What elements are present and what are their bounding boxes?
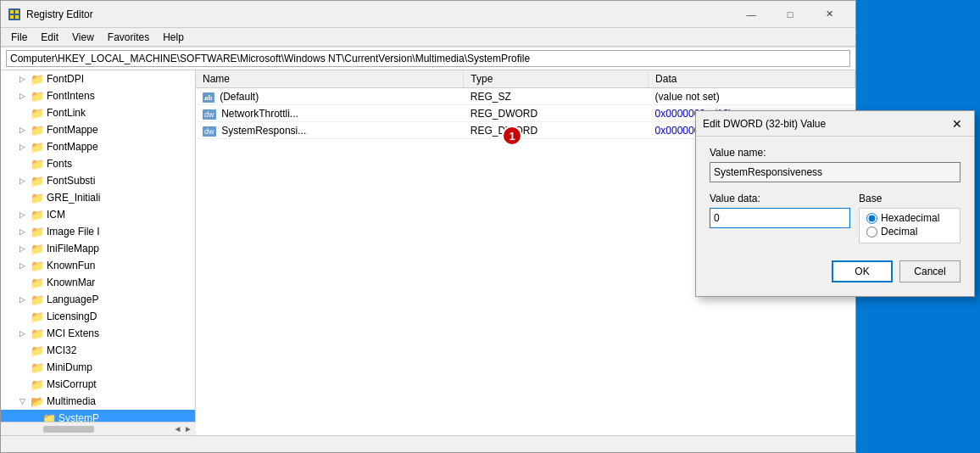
hexadecimal-radio[interactable] [866,213,877,224]
tree-item-label: KnownFun [47,260,95,271]
expand-icon: ▷ [16,124,28,136]
folder-icon: 📁 [31,72,44,86]
value-data-label: Value data: [710,193,850,204]
tree-item-label: LanguageP [47,294,98,305]
tree-item-label: MCI32 [47,344,76,356]
col-name[interactable]: Name [196,70,464,88]
tree-item-fontlink[interactable]: 📁 FontLink [1,104,195,121]
tree-item-licensingd[interactable]: 📁 LicensingD [1,308,195,325]
value-name-label: Value name: [710,147,961,159]
dialog-title-bar: Edit DWORD (32-bit) Value ✕ [696,111,974,137]
tree-item-fontmappe1[interactable]: ▷ 📁 FontMappe [1,121,195,138]
folder-icon: 📁 [31,310,44,323]
tree-item-fontsubsti[interactable]: ▷ 📁 FontSubsti [1,172,195,189]
folder-icon: 📁 [31,157,44,171]
tree-item-minidump[interactable]: 📁 MiniDump [1,359,195,376]
hexadecimal-option[interactable]: Hexadecimal [866,212,953,224]
tree-item-label: FontDPI [47,73,84,85]
menu-view[interactable]: View [65,30,101,45]
tree-item-knownmar[interactable]: 📁 KnownMar [1,274,195,291]
menu-help[interactable]: Help [156,30,191,45]
expand-icon: ▷ [16,243,28,254]
tree-item-fonts[interactable]: 📁 Fonts [1,155,195,172]
expand-icon: ▷ [16,327,28,339]
folder-icon: 📁 [31,293,44,306]
svg-rect-1 [10,10,14,14]
tree-panel[interactable]: ▷ 📁 FontDPI ▷ 📁 FontIntens 📁 FontLink ▷ … [1,70,196,435]
tree-item-label: MsiCorrupt [47,378,97,390]
svg-rect-3 [10,15,14,19]
decimal-radio[interactable] [866,226,877,238]
tree-item-imagefile[interactable]: ▷ 📁 Image File I [1,223,195,240]
svg-rect-2 [15,10,19,14]
address-input[interactable] [6,50,850,67]
dialog-title: Edit DWORD (32-bit) Value [703,118,947,130]
ok-button[interactable]: OK [832,260,893,282]
folder-icon: 📂 [31,394,44,408]
close-button[interactable]: ✕ [810,1,849,28]
expand-icon [16,107,28,119]
folder-icon: 📁 [31,259,44,272]
tree-item-label: Image File I [47,226,100,238]
cancel-button[interactable]: Cancel [899,260,961,282]
tree-item-gre[interactable]: 📁 GRE_Initiali [1,189,195,206]
tree-item-label: Fonts [47,158,72,170]
menu-favorites[interactable]: Favorites [101,30,156,45]
tree-item-fontdpi[interactable]: ▷ 📁 FontDPI [1,70,195,87]
folder-icon: 📁 [31,242,44,255]
expand-icon: ▷ [16,209,28,221]
tree-item-knownfun[interactable]: ▷ 📁 KnownFun [1,257,195,274]
dialog-close-button[interactable]: ✕ [947,114,967,134]
tree-item-label: FontLink [47,107,86,119]
tree-item-label: FontMappe [47,124,98,136]
folder-icon: 📁 [31,191,44,204]
folder-icon: 📁 [31,208,44,221]
h-scrollbar[interactable]: ◄ ► [1,422,196,435]
tree-item-languagep[interactable]: ▷ 📁 LanguageP [1,291,195,308]
tree-item-msicorrupt[interactable]: 📁 MsiCorrupt [1,376,195,393]
value-name-input[interactable] [710,162,961,182]
folder-icon: 📁 [31,123,44,137]
tree-item-fontmappe2[interactable]: ▷ 📁 FontMappe [1,138,195,155]
tree-item-icm[interactable]: ▷ 📁 ICM [1,206,195,223]
expand-icon [16,158,28,170]
tree-item-mci32[interactable]: 📁 MCI32 [1,342,195,359]
menu-file[interactable]: File [4,30,34,45]
value-data-input[interactable] [710,208,850,228]
tree-item-label: LicensingD [47,310,97,322]
row-type: REG_DWORD [464,122,649,139]
expand-icon [16,192,28,204]
table-row[interactable]: ab (Default) REG_SZ (value not set) [196,88,855,105]
col-type[interactable]: Type [464,70,649,88]
tree-item-multimedia[interactable]: ▽ 📂 Multimedia [1,393,195,410]
dialog-buttons: OK Cancel [710,257,961,286]
menu-edit[interactable]: Edit [34,30,65,45]
tree-item-inifilemap[interactable]: ▷ 📁 IniFileMapp [1,240,195,257]
tree-item-label: Multimedia [47,395,96,407]
tree-item-label: ICM [47,209,65,221]
col-data[interactable]: Data [649,70,855,88]
minimize-button[interactable]: — [732,1,771,28]
tree-item-fontintens[interactable]: ▷ 📁 FontIntens [1,87,195,104]
dialog-body: Value name: Value data: Base Hexadecimal… [696,137,974,296]
restore-button[interactable]: □ [771,1,810,28]
row-name: dw NetworkThrottli... [196,105,464,122]
tree-item-mciextens[interactable]: ▷ 📁 MCI Extens [1,325,195,342]
row-name: ab (Default) [196,88,464,105]
dialog-row: Value data: Base Hexadecimal Decimal [710,193,961,243]
radio-group: Hexadecimal Decimal [859,208,961,243]
expand-icon: ▷ [16,294,28,305]
decimal-option[interactable]: Decimal [866,226,953,238]
tree-item-label: IniFileMapp [47,243,99,254]
base-title: Base [859,193,961,204]
value-data-section: Value data: [710,193,850,243]
folder-icon: 📁 [31,174,44,187]
base-section: Base Hexadecimal Decimal [859,193,961,243]
folder-icon: 📁 [31,140,44,154]
expand-icon: ▷ [16,175,28,187]
tree-item-label: GRE_Initiali [47,192,100,204]
expand-icon: ▷ [16,141,28,153]
title-bar-controls: — □ ✕ [732,1,849,28]
tree-item-label: FontIntens [47,90,95,102]
folder-icon: 📁 [31,89,44,103]
